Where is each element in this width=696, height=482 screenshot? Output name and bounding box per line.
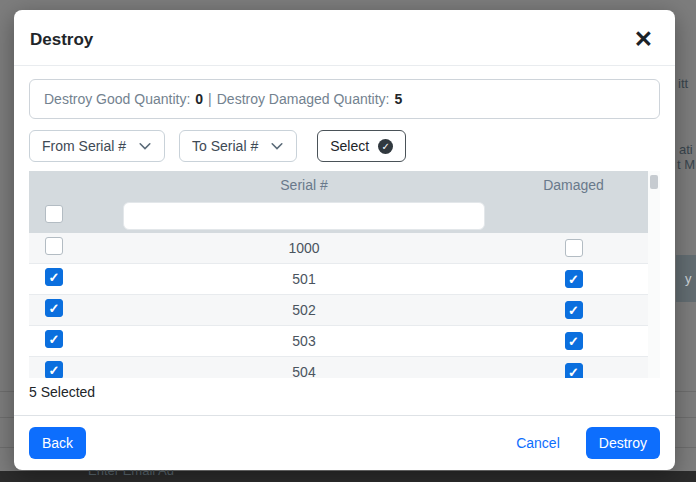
select-button[interactable]: Select ✓ <box>317 130 406 162</box>
serial-column-header: Serial # <box>109 177 499 193</box>
serial-controls: From Serial # To Serial # Select ✓ <box>29 130 660 162</box>
to-serial-label: To Serial # <box>192 138 258 154</box>
table-row[interactable]: 501 <box>29 264 648 295</box>
background-text-fragment: ati <box>679 142 693 157</box>
modal-title: Destroy <box>30 30 93 50</box>
serial-number-cell: 502 <box>109 302 499 318</box>
destroy-button[interactable]: Destroy <box>586 427 660 459</box>
from-serial-dropdown[interactable]: From Serial # <box>29 130 165 162</box>
check-circle-icon: ✓ <box>378 139 393 154</box>
row-select-checkbox[interactable] <box>45 237 63 255</box>
back-button[interactable]: Back <box>29 427 86 459</box>
row-damaged-checkbox[interactable] <box>565 239 583 257</box>
select-all-checkbox[interactable] <box>45 205 63 223</box>
chevron-down-icon <box>270 139 284 153</box>
modal-footer: Back Cancel Destroy <box>14 415 675 470</box>
serial-number-cell: 503 <box>109 333 499 349</box>
serial-filter-input[interactable] <box>123 202 485 230</box>
modal-body: Destroy Good Quantity: 0 | Destroy Damag… <box>14 66 675 415</box>
serial-number-cell: 504 <box>109 364 499 378</box>
quantity-summary: Destroy Good Quantity: 0 | Destroy Damag… <box>29 79 660 119</box>
damaged-quantity-label: Destroy Damaged Quantity: <box>217 91 390 107</box>
background-text-fragment: t M <box>677 157 695 172</box>
to-serial-dropdown[interactable]: To Serial # <box>179 130 297 162</box>
row-select-checkbox[interactable] <box>45 268 63 286</box>
row-select-checkbox[interactable] <box>45 361 63 378</box>
table-row[interactable]: 502 <box>29 295 648 326</box>
row-select-checkbox[interactable] <box>45 299 63 317</box>
from-serial-label: From Serial # <box>42 138 126 154</box>
row-select-checkbox[interactable] <box>45 330 63 348</box>
good-quantity-value: 0 <box>195 91 203 107</box>
table-body: 1000 501 502 503 504 <box>29 233 648 378</box>
table-filter-row <box>29 198 648 233</box>
close-icon[interactable]: ✕ <box>628 28 659 51</box>
destroy-modal: Destroy ✕ Destroy Good Quantity: 0 | Des… <box>14 10 675 470</box>
table-row[interactable]: 504 <box>29 357 648 378</box>
damaged-quantity-value: 5 <box>394 91 402 107</box>
good-quantity-label: Destroy Good Quantity: <box>44 91 190 107</box>
chevron-down-icon <box>138 139 152 153</box>
summary-separator: | <box>208 91 212 107</box>
background-text-fragment: y <box>685 271 692 286</box>
background-text-fragment: itt <box>678 76 688 91</box>
table-row[interactable]: 1000 <box>29 233 648 264</box>
serial-number-cell: 501 <box>109 271 499 287</box>
table-row[interactable]: 503 <box>29 326 648 357</box>
row-damaged-checkbox[interactable] <box>565 270 583 288</box>
row-damaged-checkbox[interactable] <box>565 301 583 319</box>
serials-table: Serial # Damaged 1000 501 <box>29 171 660 378</box>
select-button-label: Select <box>330 138 369 154</box>
cancel-button[interactable]: Cancel <box>516 435 560 451</box>
serial-number-cell: 1000 <box>109 240 499 256</box>
table-header-row: Serial # Damaged <box>29 171 648 198</box>
damaged-column-header: Damaged <box>499 177 648 193</box>
selection-status: 5 Selected <box>29 384 660 400</box>
table-scrollbar[interactable] <box>648 171 660 378</box>
row-damaged-checkbox[interactable] <box>565 332 583 350</box>
row-damaged-checkbox[interactable] <box>565 363 583 378</box>
modal-header: Destroy ✕ <box>14 10 675 66</box>
scrollbar-thumb[interactable] <box>650 175 658 189</box>
